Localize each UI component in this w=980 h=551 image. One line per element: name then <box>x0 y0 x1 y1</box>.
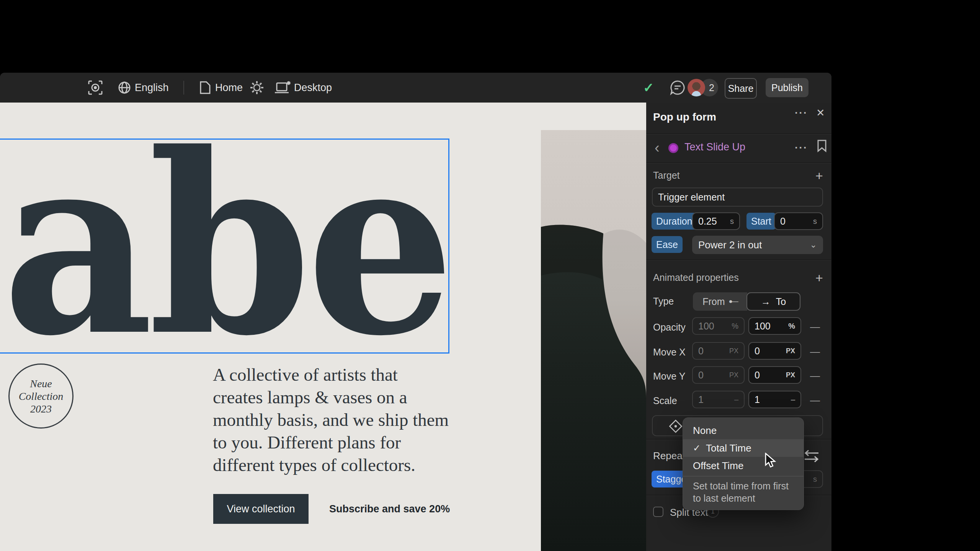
selection-outline[interactable] <box>0 139 449 354</box>
top-toolbar: English Home <box>0 73 831 103</box>
stagger-mode-dropdown: None ✓ Total Time Offset Time Set total … <box>683 417 804 510</box>
badge-line: 2023 <box>30 403 52 415</box>
app-window: English Home <box>0 73 831 551</box>
panel-title: Pop up form <box>653 111 716 123</box>
globe-icon[interactable] <box>117 73 132 103</box>
publish-button[interactable]: Publish <box>766 78 808 97</box>
back-chevron-icon[interactable]: ‹ <box>655 140 660 155</box>
from-label: From <box>702 296 725 307</box>
opacity-to-input[interactable]: 100 % <box>748 317 801 335</box>
unit: s <box>813 475 817 484</box>
panel-close-icon[interactable]: ✕ <box>816 98 825 128</box>
value: 100 <box>755 321 771 332</box>
duration-input[interactable]: 0.25 s <box>692 212 740 230</box>
move-y-from-input[interactable]: 0 PX <box>692 366 745 384</box>
type-to-segment[interactable]: → To <box>746 292 800 311</box>
mouse-cursor <box>765 453 778 469</box>
move-x-from-input[interactable]: 0 PX <box>692 342 745 360</box>
subscribe-link[interactable]: Subscribe and save 20% <box>329 494 450 524</box>
split-text-checkbox[interactable] <box>653 507 663 517</box>
panel-more-icon[interactable]: ··· <box>795 98 808 128</box>
helper-line: to last element <box>693 492 796 504</box>
type-from-segment[interactable]: From ●— <box>693 292 747 311</box>
comments-icon[interactable] <box>669 73 686 103</box>
share-button[interactable]: Share <box>725 78 757 99</box>
remove-property-icon[interactable]: — <box>810 370 820 382</box>
breakpoint-label[interactable]: Desktop <box>294 73 332 103</box>
menu-helper-text: Set total time from first to last elemen… <box>693 480 796 504</box>
divider <box>646 162 831 163</box>
effect-name[interactable]: Text Slide Up <box>684 141 745 153</box>
menu-item-none[interactable]: None <box>683 422 804 439</box>
value: 0 <box>698 346 704 357</box>
unit: % <box>788 322 795 331</box>
unit: PX <box>729 371 738 379</box>
page-name[interactable]: Home <box>215 73 243 103</box>
add-property-icon[interactable]: + <box>815 272 823 284</box>
row-label: Move X <box>653 347 686 358</box>
move-y-to-input[interactable]: 0 PX <box>748 366 801 384</box>
opacity-from-input[interactable]: 100 % <box>692 317 745 335</box>
value: 1 <box>755 394 760 405</box>
type-row-label: Type <box>653 296 674 307</box>
remove-property-icon[interactable]: — <box>810 321 820 333</box>
badge-line: Neue <box>30 377 52 390</box>
unit: – <box>791 395 795 404</box>
screenshot-root: English Home <box>0 0 980 551</box>
focus-scan-icon[interactable] <box>87 73 103 103</box>
breakpoint-desktop-icon[interactable] <box>274 73 292 103</box>
menu-divider <box>683 476 804 476</box>
add-target-icon[interactable]: + <box>815 170 823 181</box>
page-settings-gear-icon[interactable] <box>250 73 264 103</box>
menu-item-label: None <box>693 425 717 437</box>
unit: % <box>732 322 738 331</box>
value: 100 <box>698 321 714 332</box>
to-label: To <box>776 296 786 307</box>
ease-select[interactable]: Power 2 in out ⌄ <box>692 236 823 254</box>
ease-chip[interactable]: Ease <box>652 236 683 253</box>
row-label: Scale <box>653 395 677 406</box>
design-canvas[interactable]: abe Neue Collection 2023 A collective of… <box>0 103 646 551</box>
page-file-icon[interactable] <box>199 73 211 103</box>
scale-to-input[interactable]: 1 – <box>748 391 801 408</box>
target-section-label: Target <box>653 170 679 181</box>
unit: PX <box>729 347 738 355</box>
transform-origin-icon <box>669 419 683 433</box>
scale-from-input[interactable]: 1 – <box>692 391 745 408</box>
menu-item-total-time[interactable]: ✓ Total Time <box>683 439 804 457</box>
effect-more-icon[interactable]: ··· <box>795 142 808 154</box>
menu-item-label: Offset Time <box>693 460 743 472</box>
row-label: Opacity <box>653 322 686 333</box>
duration-chip[interactable]: Duration <box>652 213 697 230</box>
hero-paragraph: A collective of artists that creates lam… <box>213 364 449 476</box>
view-collection-button[interactable]: View collection <box>213 494 309 524</box>
menu-item-offset-time[interactable]: Offset Time <box>683 457 804 474</box>
effect-breadcrumb-row: ‹ Text Slide Up ··· <box>646 134 831 162</box>
move-x-to-input[interactable]: 0 PX <box>748 342 801 360</box>
duration-unit: s <box>730 217 734 226</box>
target-element-field[interactable]: Trigger element <box>652 187 823 207</box>
to-arrow-icon: → <box>761 296 771 307</box>
remove-property-icon[interactable]: — <box>810 346 820 358</box>
unit: – <box>734 395 738 404</box>
saved-check-icon: ✓ <box>643 73 654 103</box>
start-unit: s <box>813 217 817 226</box>
avatar[interactable] <box>688 79 705 96</box>
chevron-down-icon: ⌄ <box>810 243 817 247</box>
value: 0 <box>755 370 760 381</box>
check-icon: ✓ <box>693 443 701 453</box>
remove-property-icon[interactable]: — <box>810 395 820 406</box>
ease-value: Power 2 in out <box>698 239 762 251</box>
from-marker-icon: ●— <box>729 298 738 305</box>
start-chip[interactable]: Start <box>746 213 776 230</box>
start-input[interactable]: 0 s <box>774 212 823 230</box>
bookmark-icon[interactable] <box>817 139 827 152</box>
unit: PX <box>786 347 795 355</box>
language-label[interactable]: English <box>135 73 169 103</box>
duration-value: 0.25 <box>698 216 717 227</box>
value: 1 <box>698 394 704 405</box>
popup-form-panel: Pop up form ··· ✕ ‹ Text Slide Up ··· Ta… <box>646 103 831 551</box>
swap-arrows-icon[interactable] <box>803 448 820 464</box>
unit: PX <box>786 371 795 379</box>
row-label: Move Y <box>653 371 685 382</box>
